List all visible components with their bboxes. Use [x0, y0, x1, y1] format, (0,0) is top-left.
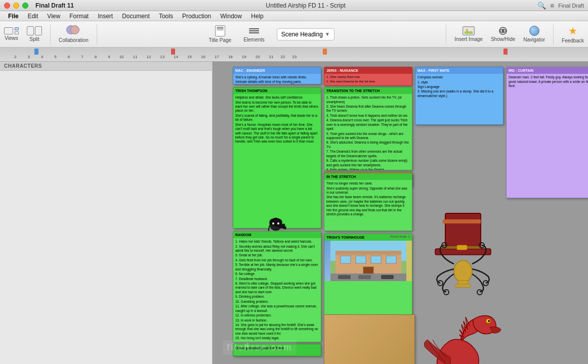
- ruler-red-marker: [171, 49, 175, 55]
- card-transition-body: 1. Trish draws a potion. Gets sucked int…: [324, 94, 412, 170]
- card-curtain-header: IRD - Curtain: [507, 67, 588, 74]
- menu-tools[interactable]: Tools: [155, 12, 177, 20]
- window-controls[interactable]: Final Draft 11: [4, 2, 74, 9]
- script-area[interactable]: MAC - Engineer She's a cyborg. A human t…: [213, 62, 588, 364]
- toolbar-split[interactable]: Split: [27, 26, 42, 42]
- toolbar-views[interactable]: Views: [4, 27, 19, 41]
- close-button[interactable]: [4, 3, 10, 9]
- toolbar-navigator[interactable]: Navigator: [523, 26, 545, 42]
- minimize-button[interactable]: [13, 3, 19, 9]
- menu-insert[interactable]: Insert: [94, 12, 117, 20]
- sidebar-toggle-icon[interactable]: ≡: [550, 2, 554, 10]
- title-right-controls: 🔍 ≡ Final Draft: [537, 2, 584, 10]
- ruler-label: 22: [281, 55, 285, 59]
- toolbar-feedback[interactable]: ★ Feedback: [562, 25, 584, 43]
- right-label: Final Draft: [558, 3, 584, 9]
- toolbar-elements[interactable]: Elements: [243, 26, 265, 42]
- card-trish-header: TRISH THOMPSON: [233, 87, 321, 94]
- card-stretch-body: Trish no longer needs her cane. She's su…: [324, 180, 412, 219]
- card-mac-body: She's a cyborg. A human torso with robot…: [233, 74, 321, 84]
- ruler-label: 21: [269, 55, 274, 59]
- card-transition[interactable]: TRANSITION TO THE STRETCH 1. Trish draws…: [324, 87, 412, 170]
- svg-rect-27: [358, 275, 371, 279]
- menu-format[interactable]: Format: [65, 12, 93, 20]
- svg-point-34: [454, 260, 472, 283]
- svg-rect-31: [443, 219, 481, 223]
- ruler-label: 13: [160, 55, 164, 59]
- svg-rect-33: [457, 245, 467, 250]
- menu-document[interactable]: Document: [118, 12, 154, 20]
- ruler-label: 19: [242, 55, 246, 59]
- ruler-label: 23: [292, 55, 297, 59]
- card-max[interactable]: MAX - First Mate Compass woman 1. style …: [415, 67, 503, 125]
- feedback-label: Feedback: [562, 38, 584, 43]
- townhouse-image: [324, 241, 412, 281]
- menu-file[interactable]: File: [4, 12, 23, 20]
- ruler-label: 15: [187, 55, 192, 59]
- feedback-star-icon: ★: [568, 25, 577, 37]
- svg-rect-21: [356, 256, 366, 263]
- main-area: CHARACTERS MAC - Engineer She's a cyborg…: [0, 62, 588, 364]
- card-random[interactable]: RANDOM 1. Hates her kids' friends. Tatto…: [233, 231, 321, 342]
- sidebar-content[interactable]: [0, 71, 212, 362]
- toolbar-collaboration[interactable]: Collaboration: [59, 25, 89, 43]
- navigator-label: Navigator: [523, 37, 545, 42]
- ruler-orange-marker: [323, 49, 327, 55]
- ruler-label: 5: [54, 55, 56, 59]
- toolbar-center: Title Page Elements Scene Heading ▼: [105, 25, 438, 43]
- svg-rect-28: [381, 275, 394, 279]
- card-bottom-brown[interactable]: [324, 314, 415, 364]
- svg-rect-26: [338, 275, 351, 279]
- hat-candelabra-drawing: [415, 198, 509, 309]
- toolbar-title-page[interactable]: Title Page: [208, 25, 231, 43]
- card-townhouse[interactable]: TRISH'S TOWNHOUSE Page Num: 1: [324, 234, 412, 317]
- fullscreen-button[interactable]: [22, 3, 28, 9]
- watermark: filehrse.com: [223, 340, 297, 355]
- menu-view[interactable]: View: [43, 12, 64, 20]
- card-curtain[interactable]: IRD - Curtain Dwarven man. 2 feet tall. …: [506, 67, 588, 198]
- toolbar-separator-3: [446, 24, 446, 44]
- ruler-label: 3: [27, 55, 29, 59]
- search-icon[interactable]: 🔍: [537, 2, 546, 10]
- navigator-icon: [529, 26, 539, 36]
- card-deanna-header: JERIS - Nuisance: [324, 67, 412, 74]
- svg-rect-20: [341, 256, 351, 263]
- left-sidebar: CHARACTERS: [0, 62, 213, 364]
- card-transition-header: TRANSITION TO THE STRETCH: [324, 87, 412, 94]
- svg-point-45: [488, 320, 490, 322]
- scene-heading-dropdown[interactable]: Scene Heading ▼: [277, 28, 334, 40]
- card-stretch[interactable]: IN THE STRETCH Trish no longer needs her…: [324, 173, 412, 231]
- svg-point-13: [277, 222, 279, 224]
- svg-rect-22: [371, 256, 381, 263]
- ruler-label: 2: [14, 55, 16, 59]
- card-deanna[interactable]: JERIS - Nuisance 1. (She meets) Bald man…: [324, 67, 412, 86]
- ruler-label: 10: [119, 55, 124, 59]
- app-name: Final Draft 11: [35, 2, 74, 9]
- menu-production[interactable]: Production: [178, 12, 215, 20]
- toolbar-show-hide[interactable]: Show/Hide: [491, 26, 515, 42]
- sidebar-header: CHARACTERS: [0, 62, 212, 71]
- toolbar-separator-2: [97, 24, 97, 44]
- card-container: MAC - Engineer She's a cyborg. A human t…: [218, 67, 588, 364]
- card-mac[interactable]: MAC - Engineer She's a cyborg. A human t…: [233, 67, 321, 84]
- menu-bar: File Edit View Format Insert Document To…: [0, 11, 588, 21]
- menu-edit[interactable]: Edit: [24, 12, 43, 20]
- ruler-blue-marker: [34, 49, 38, 55]
- svg-rect-19: [335, 251, 401, 255]
- card-random-header: RANDOM: [233, 232, 321, 238]
- dragon-drawing: [415, 307, 516, 364]
- dropdown-arrow: ▼: [325, 31, 330, 37]
- menu-help[interactable]: Help: [247, 12, 268, 20]
- ruler-label: 20: [256, 55, 260, 59]
- ruler-area: 2 3 4 5 6 7 8 9 10 11 12 13 14 15 16 17 …: [0, 48, 588, 62]
- ruler-label: 6: [68, 55, 70, 59]
- card-townhouse-header: TRISH'S TOWNHOUSE Page Num: 1: [324, 234, 412, 241]
- show-hide-label: Show/Hide: [491, 36, 515, 42]
- card-trish[interactable]: TRISH THOMPSON Helpless and afraid. She …: [233, 87, 321, 229]
- elements-label: Elements: [243, 37, 265, 42]
- toolbar-separator-4: [553, 24, 554, 44]
- ruler-label: 7: [81, 55, 83, 59]
- toolbar-insert-image[interactable]: Insert Image: [454, 26, 483, 42]
- menu-window[interactable]: Window: [216, 12, 246, 20]
- card-deanna-body: 1. (She meets) Bald man. 2. She sees Dea…: [324, 74, 412, 86]
